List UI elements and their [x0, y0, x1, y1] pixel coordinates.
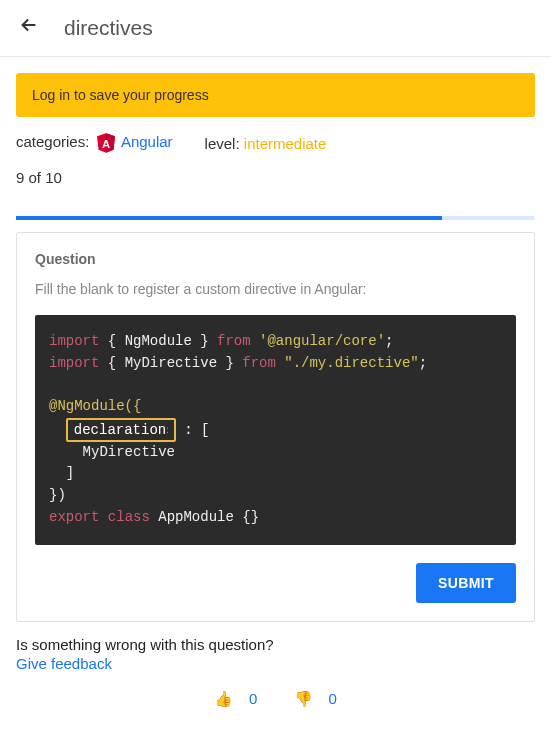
level-label: level:	[205, 135, 240, 152]
blank-input[interactable]	[66, 418, 176, 442]
question-label: Question	[35, 251, 516, 267]
back-arrow-icon[interactable]	[18, 14, 40, 42]
upvote-count: 0	[249, 690, 257, 707]
code-text: ]	[49, 465, 74, 481]
thumbs-up-icon: 👍	[214, 690, 233, 707]
progress-fill	[16, 216, 442, 220]
level-value: intermediate	[244, 135, 327, 152]
submit-button[interactable]: SUBMIT	[416, 563, 516, 603]
code-text	[49, 422, 66, 438]
thumbs-down-icon: 👎	[294, 690, 313, 707]
upvote-button[interactable]: 👍0	[206, 690, 265, 707]
code-keyword: import	[49, 355, 99, 371]
code-text: })	[49, 487, 66, 503]
angular-icon: A	[97, 133, 115, 153]
code-text: { NgModule }	[99, 333, 217, 349]
code-block: import { NgModule } from '@angular/core'…	[35, 315, 516, 545]
code-text: { MyDirective }	[99, 355, 242, 371]
meta-row: categories: A Angular level: intermediat…	[16, 133, 535, 153]
feedback-link[interactable]: Give feedback	[16, 655, 535, 672]
votes-row: 👍0 👎0	[16, 690, 535, 708]
downvote-button[interactable]: 👎0	[286, 690, 345, 707]
progress-bar	[16, 216, 535, 220]
categories-label: categories:	[16, 133, 89, 150]
code-string: '@angular/core'	[251, 333, 385, 349]
code-text: ;	[385, 333, 393, 349]
progress-text: 9 of 10	[16, 169, 535, 196]
code-text: MyDirective	[49, 444, 175, 460]
code-keyword: from	[242, 355, 276, 371]
question-text: Fill the blank to register a custom dire…	[35, 281, 516, 297]
code-text: AppModule {}	[150, 509, 259, 525]
feedback-block: Is something wrong with this question? G…	[16, 636, 535, 672]
category-link[interactable]: Angular	[121, 133, 173, 150]
svg-text:A: A	[101, 138, 109, 150]
code-keyword: export	[49, 509, 99, 525]
code-keyword: class	[99, 509, 149, 525]
downvote-count: 0	[329, 690, 337, 707]
question-card: Question Fill the blank to register a cu…	[16, 232, 535, 622]
code-text: @NgModule({	[49, 398, 141, 414]
code-keyword: import	[49, 333, 99, 349]
code-text: : [	[176, 422, 210, 438]
code-keyword: from	[217, 333, 251, 349]
login-banner[interactable]: Log in to save your progress	[16, 73, 535, 117]
feedback-prompt: Is something wrong with this question?	[16, 636, 274, 653]
code-string: "./my.directive"	[276, 355, 419, 371]
code-text: ;	[419, 355, 427, 371]
page-title: directives	[64, 16, 153, 40]
